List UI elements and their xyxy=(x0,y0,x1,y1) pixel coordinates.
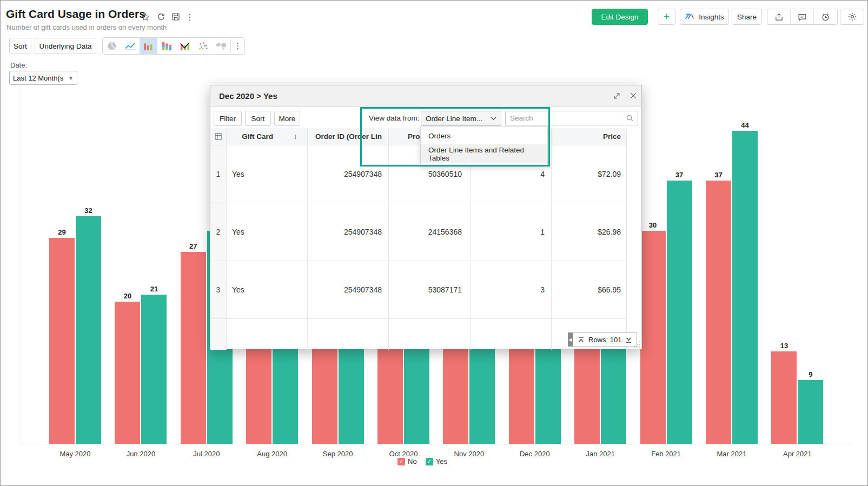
table-cell: $72.09 xyxy=(552,145,627,203)
chart-type-scatter-icon[interactable] xyxy=(194,38,213,54)
bar-no-1[interactable] xyxy=(115,302,140,444)
column-header[interactable]: Order ID (Order Lin xyxy=(308,128,389,145)
table-cell: Yes xyxy=(227,145,308,203)
chart-type-pie-icon[interactable] xyxy=(103,38,121,54)
bar-yes-1[interactable] xyxy=(141,295,167,444)
chart-type-map-icon[interactable] xyxy=(213,38,231,54)
table-cell xyxy=(308,319,389,350)
x-axis-label: Dec 2020 xyxy=(509,450,561,458)
underlying-data-button[interactable]: Underlying Data xyxy=(35,38,96,54)
export-icon[interactable] xyxy=(767,9,791,24)
comments-icon[interactable] xyxy=(791,9,814,24)
bar-no-2[interactable] xyxy=(181,252,206,444)
bar-yes-10[interactable] xyxy=(732,131,758,444)
bar-no-0[interactable] xyxy=(49,238,75,444)
menu-option[interactable]: Order Line Items and Related Tables xyxy=(421,145,547,163)
bar-value-label: 9 xyxy=(799,370,823,378)
share-button[interactable]: Share xyxy=(732,9,762,25)
dialog-title: Dec 2020 > Yes xyxy=(219,91,277,101)
legend-checkbox-icon[interactable]: ✓ xyxy=(426,458,433,465)
x-axis-label: May 2020 xyxy=(49,450,101,458)
search-input[interactable] xyxy=(506,114,626,122)
table-cell: $26.98 xyxy=(552,203,627,261)
x-axis-label: Jun 2020 xyxy=(115,450,167,458)
collapse-left-tab[interactable]: ◀ xyxy=(568,332,573,347)
refresh-icon[interactable] xyxy=(155,11,167,23)
legend-label: No xyxy=(408,457,417,465)
dialog-more-button[interactable]: More xyxy=(274,111,300,126)
bar-value-label: 37 xyxy=(667,171,691,179)
rows-count-label: Rows: 101 xyxy=(588,336,621,344)
x-axis-line xyxy=(19,444,852,444)
table-row: 2Yes254907348241563681$26.98 xyxy=(210,203,627,261)
bar-value-label: 44 xyxy=(733,121,757,129)
page-title: Gift Card Usage in Orders xyxy=(6,8,145,21)
legend-item-yes[interactable]: ✓Yes xyxy=(426,457,447,465)
date-filter-value: Last 12 Month(s xyxy=(13,74,63,82)
table-cell xyxy=(210,319,227,350)
chevron-down-icon: ▼ xyxy=(68,75,74,81)
bar-yes-11[interactable] xyxy=(798,380,823,444)
bar-yes-0[interactable] xyxy=(76,216,101,444)
bar-no-9[interactable] xyxy=(640,231,666,444)
chart-type-line-icon[interactable] xyxy=(121,38,140,54)
alerts-icon[interactable] xyxy=(814,9,837,24)
table-cell: 1 xyxy=(471,203,552,261)
expand-dialog-icon[interactable] xyxy=(611,90,622,102)
x-axis-label: Sep 2020 xyxy=(312,450,364,458)
dialog-search-box xyxy=(505,111,638,125)
bar-no-11[interactable] xyxy=(771,351,797,444)
table-cell: 3 xyxy=(471,261,552,319)
scroll-to-bottom-icon[interactable] xyxy=(625,336,632,343)
table-cell: 254907348 xyxy=(308,261,389,319)
legend-label: Yes xyxy=(436,457,447,465)
page-subtitle: Number of gift cards used in orders on e… xyxy=(6,23,167,31)
column-header[interactable]: Price xyxy=(552,128,627,145)
table-row xyxy=(210,319,627,350)
column-header[interactable]: Gift Card↓ xyxy=(227,128,308,145)
table-grid-icon xyxy=(210,128,227,145)
y-axis-line xyxy=(19,61,19,444)
menu-option[interactable]: Orders xyxy=(421,127,547,145)
bar-value-label: 29 xyxy=(50,228,74,236)
chart-type-switcher: ⋮ xyxy=(102,37,245,55)
close-dialog-icon[interactable] xyxy=(627,90,639,102)
chart-type-stacked-bar-icon[interactable] xyxy=(157,38,176,54)
chart-type-more-icon[interactable]: ⋮ xyxy=(231,38,244,54)
table-cell: Yes xyxy=(227,261,308,319)
title-more-menu-icon[interactable]: ⋮ xyxy=(184,11,196,23)
scroll-to-top-icon[interactable] xyxy=(578,336,585,343)
view-data-from-dropdown[interactable]: Order Line Item... xyxy=(421,111,501,126)
view-data-from-value: Order Line Item... xyxy=(426,115,482,123)
x-axis-label: Jul 2020 xyxy=(181,450,233,458)
x-axis-label: Feb 2021 xyxy=(640,450,692,458)
table-cell xyxy=(227,319,308,350)
table-cell xyxy=(389,319,471,350)
x-axis-label: Apr 2021 xyxy=(771,450,823,458)
settings-gear-icon[interactable] xyxy=(840,9,864,25)
chart-type-combo-icon[interactable] xyxy=(176,38,194,54)
chevron-down-icon xyxy=(491,116,496,121)
sort-descending-icon[interactable]: ↓ xyxy=(294,132,297,141)
view-data-from-label: View data from: xyxy=(369,114,420,122)
underlying-data-dialog: Dec 2020 > Yes Filter Sort More View dat… xyxy=(210,85,642,349)
bar-no-10[interactable] xyxy=(706,181,731,444)
insights-button[interactable]: Insights xyxy=(680,9,729,25)
favorite-star-icon[interactable] xyxy=(139,11,151,23)
chart-type-bar-icon[interactable] xyxy=(140,38,158,54)
legend-item-no[interactable]: ✓No xyxy=(397,457,417,465)
save-icon[interactable] xyxy=(170,11,182,23)
add-button[interactable]: + xyxy=(658,9,675,25)
insights-label: Insights xyxy=(699,13,724,21)
bar-yes-9[interactable] xyxy=(667,181,692,444)
table-cell: 254907348 xyxy=(308,145,389,203)
bar-value-label: 13 xyxy=(772,342,796,350)
dialog-filter-button[interactable]: Filter xyxy=(214,111,242,126)
x-axis-label: Aug 2020 xyxy=(246,450,298,458)
app-window: Gift Card Usage in Orders Number of gift… xyxy=(0,0,868,486)
edit-design-button[interactable]: Edit Design xyxy=(592,9,648,25)
table-cell: $66.95 xyxy=(552,261,627,319)
sort-button[interactable]: Sort xyxy=(9,38,31,54)
legend-checkbox-icon[interactable]: ✓ xyxy=(397,458,405,465)
dialog-sort-button[interactable]: Sort xyxy=(245,111,271,126)
